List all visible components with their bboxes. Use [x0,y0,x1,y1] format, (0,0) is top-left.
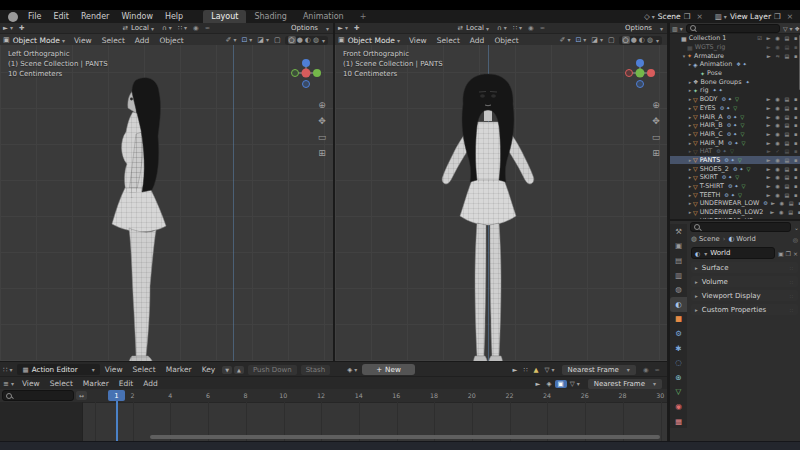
proportional-falloff-icon[interactable]: ≈ [202,24,213,32]
outliner-row[interactable]: ▸ ✦ rig ✦ ✦ [670,86,800,95]
outliner-item-label[interactable]: WGTS_rig [695,43,726,51]
viewport-menu-item[interactable]: Add [465,36,490,45]
gizmo-z-neg[interactable] [303,81,310,88]
gizmo-x-axis[interactable] [647,69,655,77]
only-selected-icon[interactable]: ► [509,366,520,374]
row-visibility-toggles[interactable]: ► ◉ ▤ ▪ [767,192,799,198]
outliner-row[interactable]: ▸ ❖ Bone Groups ✦ [670,77,800,86]
outliner-item-label[interactable]: PANTS [700,156,721,164]
grid-ortho-icon[interactable]: ⊞ [314,145,330,161]
row-visibility-toggles[interactable]: ☑ ► ◉ ▤ ▪ [757,35,799,41]
row-visibility-toggles[interactable]: ► ◉ ▤ ▪ [767,131,799,137]
properties-tab-icon[interactable]: ⚒ [670,224,687,239]
row-visibility-toggles[interactable]: ► ◉ ▤ ▪ [767,174,799,180]
properties-tab-icon[interactable]: ▣ [670,239,687,254]
outliner-filter-icon[interactable]: ▽▾ [783,25,793,32]
properties-tab-icon[interactable]: ◉ [670,399,687,414]
channel-list-panel[interactable] [0,402,83,441]
view-layer-icon[interactable]: ▥▾ [712,12,730,21]
topbar-menu-item[interactable]: File [22,12,47,21]
topbar-menu-item[interactable]: Help [159,12,189,21]
new-action-button[interactable]: + New [362,364,415,375]
gizmo-x-neg[interactable] [626,70,633,77]
current-frame-badge[interactable]: 1 [108,390,125,401]
new-view-layer-icon[interactable]: ❐ [771,12,784,21]
row-visibility-toggles[interactable]: ► ✓ ▤ ▪ [767,148,799,154]
outliner-item-label[interactable]: EYES [700,104,716,112]
row-visibility-toggles[interactable]: ► ◉ ▤ ▪ [767,44,799,50]
outliner-item-label[interactable]: SHOES_2 [700,165,729,173]
row-visibility-toggles[interactable]: ► ◉ ▤ ▪ [767,105,799,111]
gizmo-z-neg[interactable] [637,81,644,88]
dopesheet-menu-item[interactable]: Key [197,365,221,374]
viewport-menu-item[interactable]: Object [154,36,188,45]
expand-channels-icon[interactable]: ↔ [76,391,87,400]
timeline-scrollbar[interactable] [150,435,660,439]
shading-material-icon[interactable]: ◐ [638,36,646,44]
shading-wireframe-icon[interactable]: ○ [288,36,296,44]
snap-with-icon[interactable]: ∷▾ [175,24,190,32]
shading-material-icon[interactable]: ◐ [304,36,312,44]
move-channel-down-button[interactable]: ▼ [222,366,232,374]
viewport-menu-item[interactable]: Select [432,36,465,45]
world-datablock-selector[interactable]: ◐▾ World [691,247,775,259]
orientation-value[interactable]: Local [131,24,149,32]
outliner-item-label[interactable]: Pose [707,69,722,77]
properties-tab-icon[interactable]: ▦ [670,414,687,429]
outliner-item-label[interactable]: T-SHIRT [700,182,724,190]
xray-icon[interactable]: ▢ [608,36,615,44]
new-datablock-icon[interactable]: ❐ [786,250,791,257]
gizmos-icon[interactable]: ⊡▾ [241,36,252,44]
xray-icon[interactable]: ▢ [274,36,281,44]
snap-mode-dropdown[interactable]: Nearest Frame▾ [588,379,662,389]
dopesheet-main-region[interactable]: 024681012141618202224262830 1 ↔ [0,389,667,441]
pin-icon[interactable]: ◎ [793,236,798,243]
selectability-icon[interactable]: ✐▾ [560,36,571,44]
view-layer-name[interactable]: View Layer [730,12,771,21]
snap-magnet-icon[interactable]: ∩▾ [159,24,175,32]
gizmo-y-axis[interactable] [313,69,321,77]
collapsed-panel-header[interactable]: ▸ Surface ∷ [691,262,798,273]
move-channel-up-button[interactable]: ▲ [234,366,244,374]
outliner-item-label[interactable]: Bone Groups [700,78,741,86]
breadcrumb-world[interactable]: World [736,235,755,243]
outliner-row[interactable]: ▸ ▽ HAIR_M ⚙ ✦ ▽ ► ◉ ▤ ▪ [670,138,800,147]
cursor-tool-icon[interactable]: ✚ [16,24,27,32]
cursor-tool-icon[interactable]: ✚ [351,24,362,32]
navigation-gizmo[interactable] [288,55,324,91]
new-scene-icon[interactable]: ❐ [681,12,694,21]
overlays-icon[interactable]: ◪▾ [591,36,603,44]
unlink-datablock-icon[interactable]: × [793,250,798,257]
pan-hand-icon[interactable]: ✥ [648,113,664,129]
outliner-item-label[interactable]: BODY [700,95,718,103]
show-hidden-icon[interactable]: ∷ [520,366,530,374]
collapsed-panel-header[interactable]: ▸ Volume ∷ [691,276,798,287]
nla-menu-item[interactable]: Select [45,379,78,388]
grid-ortho-icon[interactable]: ⊞ [648,145,664,161]
outliner-row[interactable]: ▦ WGTS_rig ► ◉ ▤ ▪ [670,43,800,52]
viewport-menu-item[interactable]: Add [130,36,155,45]
outliner-row[interactable]: ▸ ◈ Animation ❖ ✦ [670,60,800,69]
outliner-row[interactable]: ✦ Pose [670,69,800,78]
blender-logo-icon[interactable] [8,12,18,22]
properties-tab-icon[interactable]: ✱ [670,341,687,356]
channel-search-input[interactable] [2,390,74,401]
shading-rendered-icon[interactable]: ◍ [312,36,320,44]
dopesheet-menu-item[interactable]: Select [128,365,161,374]
collapsed-panel-header[interactable]: ▸ Custom Properties ∷ [691,304,798,315]
snap-mode-dropdown[interactable]: Nearest Frame▾ [562,365,636,375]
outliner-item-label[interactable]: TEETH [700,191,721,199]
outliner-item-label[interactable]: Animation [700,60,733,68]
nla-menu-item[interactable]: View [17,379,45,388]
timeline-ruler[interactable]: 024681012141618202224262830 1 [0,389,667,403]
row-visibility-toggles[interactable]: ► ◉ ▤ ▪ [767,114,799,120]
proportional-falloff-icon[interactable]: ≈ [537,24,548,32]
outliner-row[interactable]: ▸ ▽ SHOES_2 ⚙ ✦ ▽ ► ◉ ▤ ▪ [670,164,800,173]
dopesheet-mode-dropdown[interactable]: ▦ Action Editor ▾ [17,364,99,375]
outliner-row[interactable]: ▾ ✦ Armature ► ≈ ▤ ▪ [670,51,800,60]
outliner-row[interactable]: ▸ ▽ PANTS ⚙ ✦ ▽ ► ◉ ▤ ▪ [670,156,800,165]
character-wireframe-side[interactable] [96,72,196,361]
show-errors-icon[interactable]: ▲ [531,366,542,374]
camera-view-icon[interactable]: ▭ [648,129,664,145]
dopesheet-menu-item[interactable]: View [100,365,128,374]
